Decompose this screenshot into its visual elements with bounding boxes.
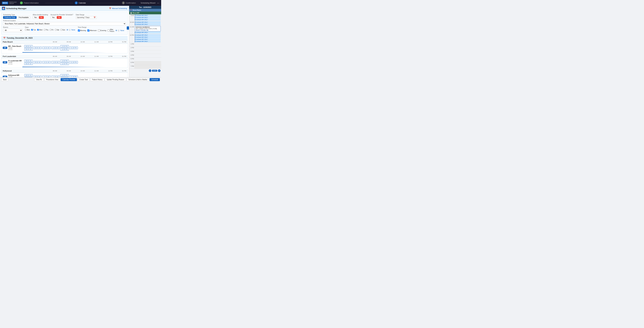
slot-1200-pb[interactable]: 12:00 PM [60,45,69,48]
create-task-button[interactable]: Create Task [78,78,90,81]
day-sun-check[interactable] [60,29,62,31]
slot-0930-pb[interactable]: 09:30 AM [33,47,42,49]
slot-0800-pb[interactable]: 08:00 AM [24,45,33,48]
time-morning-check[interactable] [78,30,80,32]
zoom-in-button[interactable]: + [158,69,160,72]
cal-slot-11am-1[interactable]: Contrast MR ONLY [135,32,161,34]
nav-step-calendar[interactable]: 2 Calendar [75,2,86,4]
time-after-hours[interactable]: After Hours [108,29,114,32]
nav-step-patient-info[interactable]: ✓ Patient Information [20,2,38,4]
day-mon-check[interactable] [25,29,26,31]
location-fl-name: Fort Lauderdale [3,55,16,57]
day-tue-check[interactable] [31,29,33,31]
time-checkboxes: Morning Afternoon Evening After Hours Al… [78,29,124,32]
scroll-indicator-pb [22,52,107,53]
slot-0130-pb[interactable]: 01:30 PM [70,47,78,49]
slot-0930-fl[interactable]: 09:30 AM [33,61,42,64]
preferred-time-button[interactable]: Preferred Time [3,16,16,19]
slot-1015-hw[interactable]: 10:15 AM [42,76,51,77]
time-morning[interactable]: Morning [78,30,86,32]
provider-no[interactable]: No [57,16,62,19]
view-rx-button[interactable]: View Rx [34,78,44,81]
slot-1245-fl[interactable]: 12:45 PM [60,63,69,65]
cal-slot-12pm-2[interactable]: Contrast MR ONLY [135,36,161,38]
day-thu[interactable]: Thu [44,29,48,31]
cal-slot-10am-1[interactable]: Contrast MR ONLY [135,21,161,23]
double-booking-no[interactable]: No [39,16,44,19]
time-slots-fl: 08:00 AM 08:45 AM 09:30 AM 10:15 AM 11:0… [24,59,126,66]
slot-1015-fl[interactable]: 10:15 AM [42,61,51,64]
cal-slot-9am-2[interactable]: Contrast MR ONLY [135,17,161,19]
time-after-hours-check[interactable] [108,30,110,32]
back-button[interactable]: Back [1,78,8,81]
slot-0845-pb[interactable]: 08:45 AM [24,48,33,51]
patient-history-button[interactable]: Patient History [90,78,104,81]
search-button[interactable]: Search [127,27,129,30]
cal-slot-9am-1[interactable]: Contrast MR ONLY [135,15,161,17]
time-evening[interactable]: Evening [98,30,106,32]
cal-slot-12pm-3[interactable]: Contrast MR ONLY [135,38,161,40]
days-checkboxes: Mon Tue Wed Thu Fri Sat Sun All | None [25,29,75,31]
slot-0130-fl[interactable]: 01:30 PM [70,61,78,64]
cal-row-2pm: 2 PM [129,47,161,50]
time-afternoon[interactable]: Afternoon [87,30,97,32]
date-header: 📅 Tuesday, December 26, 2023 [1,36,128,40]
slot-1100-hw[interactable]: 11:00 AM [51,76,60,77]
slot-1200-hw[interactable]: 12:00 PM [60,74,69,77]
calendar-icon-small: 📅 [109,8,111,10]
slot-group-12-pb: 12:00 PM 12:45 PM [60,45,69,51]
nav-step-confirmation[interactable]: 3 Confirmation [122,2,136,4]
date-range-input[interactable]: Upcoming 7 Days 📅 [76,16,97,19]
cal-slot-10am-2[interactable]: Contrast MR ONLY [135,23,161,25]
manual-scheduling-link[interactable]: 📅 Manual Scheduling [109,8,127,10]
slot-0130-hw[interactable]: 01:30 PM [70,76,78,77]
slot-0800-hw[interactable]: 08:00 AM [24,74,33,77]
day-fri[interactable]: Fri [50,29,54,31]
first-available-button[interactable]: First Available [17,16,30,19]
day-wed[interactable]: Wed [37,29,42,31]
calendar-preview-button[interactable]: Calendar Preview [61,78,77,81]
days-none-link[interactable]: None [72,29,75,31]
slot-0930-hw[interactable]: 09:30 AM [33,76,42,77]
provider-yes[interactable]: Yes [50,16,56,19]
schedule-add-waitlist-button[interactable]: Schedule & Add to Waitlist [126,78,149,81]
update-pending-reason-button[interactable]: Update Pending Reason [105,78,126,81]
day-tue[interactable]: Tue [31,29,36,31]
allow-double-booking-group: Allow double-booking Yes No [33,14,48,19]
days-all-link[interactable]: All [66,29,68,31]
procedures-view-button[interactable]: Procedures View [44,78,60,81]
slot-0845-fl[interactable]: 08:45 AM [24,63,33,65]
time-afternoon-check[interactable] [87,30,90,32]
cal-slot-12pm-4[interactable]: Contrast MR ONLY [135,41,161,42]
slot-1245-pb[interactable]: 12:45 PM [60,48,69,51]
double-booking-yes[interactable]: Yes [33,16,38,19]
slot-1200-fl[interactable]: 12:00 PM [60,60,69,62]
cal-appointment-giovana[interactable]: GIOVANA BARBOSA MRI LUMBAR SPINE W/WO (7… [135,26,161,32]
schedule-button[interactable]: Schedule [150,78,160,81]
slot-0800-fl[interactable]: 08:00 AM [24,60,33,62]
rooms-group: Rooms All [3,27,22,32]
location-select[interactable]: Boca Raton, Fort Lauderdale, Hollywood, … [3,22,126,26]
day-fri-check[interactable] [50,29,51,31]
day-sun[interactable]: Sun [60,29,65,31]
day-sat-check[interactable] [55,29,56,31]
time-evening-check[interactable] [98,30,100,32]
minimize-button[interactable]: — [157,2,159,4]
slot-1100-pb[interactable]: 11:00 AM [51,47,60,49]
rooms-select[interactable]: All [3,29,22,32]
time-all-link[interactable]: All [116,30,117,32]
cal-row-9am: 9 AM Contrast MR ONLY Contrast MR ONLY C… [129,14,161,21]
room-icon: 🏢 [130,12,132,14]
day-mon[interactable]: Mon [25,29,30,31]
slot-1100-fl[interactable]: 11:00 AM [51,61,60,64]
slot-1015-pb[interactable]: 10:15 AM [42,47,51,49]
day-thu-check[interactable] [44,29,45,31]
day-wed-check[interactable] [37,29,39,31]
zoom-out-button[interactable]: − [149,69,151,72]
time-none-link[interactable]: None [120,30,124,32]
calendar-picker-icon[interactable]: 📅 [94,17,96,18]
day-sat[interactable]: Sat [55,29,59,31]
cal-slot-9am-3[interactable]: Contrast MR ONLY [135,19,161,21]
cal-slot-12pm-1[interactable]: Contrast MR ONLY [135,34,161,36]
cal-date-header: Tue - 12/26/2023 [129,6,161,9]
